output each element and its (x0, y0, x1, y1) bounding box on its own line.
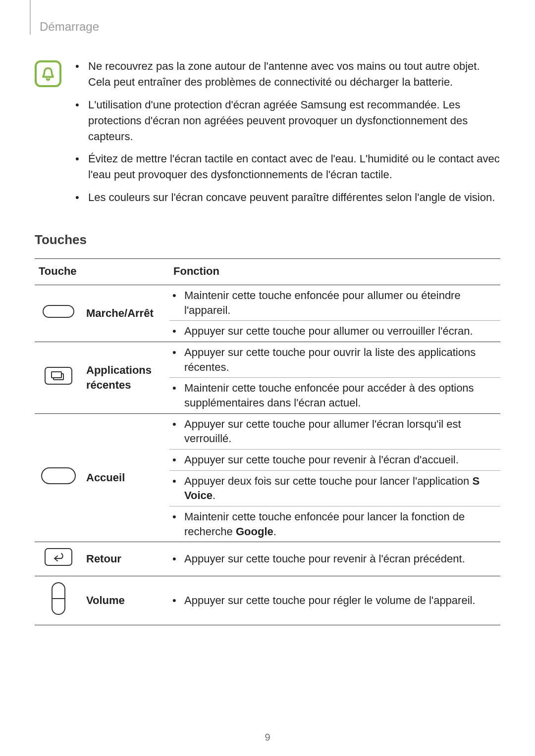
svg-rect-5 (45, 549, 72, 565)
button-label: Marche/Arrêt (82, 285, 169, 342)
back-button-icon (35, 542, 82, 576)
function-item: Maintenir cette touche enfoncée pour all… (169, 285, 500, 320)
recent-apps-icon (35, 342, 82, 413)
function-item: Appuyer sur cette touche pour allumer ou… (169, 320, 500, 342)
table-row: Accueil Appuyer sur cette touche pour al… (35, 413, 500, 542)
button-label: Volume (82, 576, 169, 625)
header-vertical-rule (30, 0, 31, 35)
table-header-fonction: Fonction (169, 259, 500, 285)
svg-rect-0 (43, 305, 74, 317)
section-heading-touches: Touches (35, 232, 500, 248)
note-block: Ne recouvrez pas la zone autour de l'ant… (35, 58, 500, 212)
note-item: Ne recouvrez pas la zone autour de l'ant… (75, 58, 500, 90)
button-label: Accueil (82, 413, 169, 542)
page-number: 9 (0, 732, 535, 743)
function-item: Appuyer deux fois sur cette touche pour … (169, 470, 500, 506)
button-label: Applications récentes (82, 342, 169, 413)
function-item: Maintenir cette touche enfoncée pour lan… (169, 506, 500, 542)
buttons-table: Touche Fonction Marche/Arrêt Maintenir (35, 258, 500, 625)
function-item: Appuyer sur cette touche pour allumer l'… (169, 414, 500, 449)
button-label: Retour (82, 542, 169, 576)
function-item: Appuyer sur cette touche pour ouvrir la … (169, 342, 500, 377)
home-button-icon (35, 413, 82, 542)
svg-rect-4 (42, 468, 75, 484)
function-item: Appuyer sur cette touche pour régler le … (169, 590, 500, 611)
function-item: Appuyer sur cette touche pour revenir à … (169, 449, 500, 470)
bell-icon (35, 60, 61, 87)
note-item: Évitez de mettre l'écran tactile en cont… (75, 151, 500, 183)
table-row: Applications récentes Appuyer sur cette … (35, 342, 500, 413)
table-row: Marche/Arrêt Maintenir cette touche enfo… (35, 285, 500, 342)
volume-button-icon (35, 576, 82, 625)
section-breadcrumb: Démarrage (40, 20, 500, 34)
note-item: Les couleurs sur l'écran concave peuvent… (75, 190, 500, 205)
table-header-touche: Touche (35, 259, 169, 285)
power-button-icon (35, 285, 82, 342)
table-row: Retour Appuyer sur cette touche pour rev… (35, 542, 500, 576)
function-item: Maintenir cette touche enfoncée pour acc… (169, 377, 500, 413)
svg-rect-3 (52, 372, 61, 378)
table-row: Volume Appuyer sur cette touche pour rég… (35, 576, 500, 625)
function-item: Appuyer sur cette touche pour revenir à … (169, 549, 500, 569)
note-item: L'utilisation d'une protection d'écran a… (75, 97, 500, 145)
